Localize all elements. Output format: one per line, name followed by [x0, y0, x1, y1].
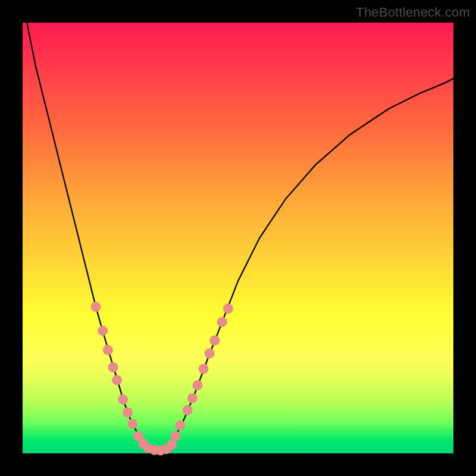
data-point [205, 349, 215, 359]
chart-svg [23, 23, 453, 453]
plot-area [23, 23, 453, 453]
data-point [103, 345, 113, 355]
data-point [167, 440, 177, 450]
data-point [183, 405, 193, 415]
data-point [217, 317, 227, 327]
watermark-text: TheBottleneck.com [356, 5, 470, 20]
data-point [209, 336, 220, 346]
data-point [192, 380, 202, 390]
curve-right-branch [165, 79, 453, 452]
data-point [98, 325, 108, 336]
data-point [123, 408, 133, 418]
data-point [199, 364, 209, 374]
beads-right [171, 303, 233, 441]
data-point [112, 375, 122, 385]
data-point [175, 420, 185, 430]
curve-left-branch [27, 23, 152, 452]
data-point [223, 303, 233, 314]
beads-bottom [143, 440, 177, 455]
data-point [118, 394, 128, 405]
data-point [91, 302, 101, 312]
chart-frame: TheBottleneck.com [0, 0, 476, 476]
data-point [187, 393, 198, 403]
data-point [127, 419, 137, 429]
beads-left [91, 302, 149, 449]
data-point [171, 431, 181, 441]
data-point [108, 362, 118, 372]
